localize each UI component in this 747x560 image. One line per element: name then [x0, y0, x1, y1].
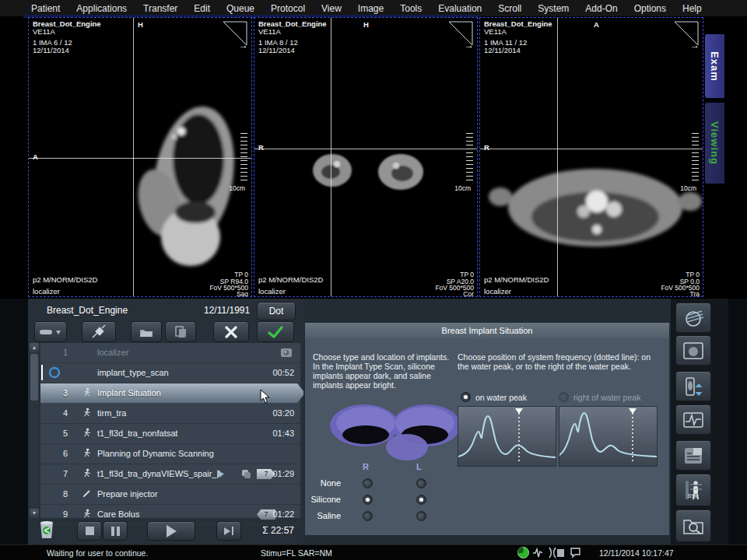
person-icon [82, 408, 92, 417]
step-number: 3 [59, 388, 72, 397]
viewport-coronal[interactable]: Breast_Dot_Engine VE11A 1 IMA 8 / 12 12/… [254, 17, 478, 297]
scale-label: 10cm [680, 184, 696, 192]
step-row-t1-fl3d-nonfatsat[interactable]: 5 t1_fl3d_tra_nonfatsat 01:43 [40, 424, 300, 444]
menu-image[interactable]: Image [358, 3, 384, 14]
speech-bubble-icon [570, 547, 581, 558]
tab-viewing[interactable]: Viewing [705, 103, 724, 184]
sar-value: 6% [688, 492, 697, 499]
stimulation-status: Stimu=FL SAR=NM [261, 548, 332, 558]
stop-icon [86, 527, 94, 535]
crosshair-horizontal[interactable] [254, 149, 477, 149]
play-button[interactable] [147, 521, 195, 541]
stop-button[interactable] [77, 521, 102, 541]
camera-icon [280, 347, 293, 358]
radio-label: right of water peak [573, 393, 640, 402]
side-right-label: R [363, 462, 369, 471]
menu-options[interactable]: Options [634, 3, 666, 14]
confirm-button[interactable] [257, 321, 294, 342]
side-left-label: L [416, 462, 422, 471]
radio-silicone-left[interactable] [416, 495, 426, 505]
gradient-activity-icon [532, 548, 543, 558]
tab-exam[interactable]: Exam [705, 34, 724, 98]
step-number: 1 [59, 348, 72, 357]
menu-patient[interactable]: Patient [31, 3, 60, 14]
viewport-transverse[interactable]: Breast_Dot_Engine VE11A 1 IMA 11 / 12 12… [479, 17, 703, 297]
display-mode-button[interactable] [34, 321, 67, 342]
step-row-implant-type-scan[interactable]: implant_type_scan 00:52 [40, 363, 300, 383]
radio-saline-right[interactable] [363, 511, 373, 521]
scroll-down-icon[interactable]: ▼ [30, 509, 39, 518]
scrollbar-thumb[interactable] [30, 354, 38, 401]
recycle-bin-icon[interactable] [38, 520, 55, 540]
scroll-arrow-icon[interactable]: → [239, 41, 248, 49]
step-row-tirm-tra[interactable]: 4 tirm_tra 03:20 [40, 404, 300, 424]
cancel-button[interactable] [213, 321, 249, 342]
task-sidebar: 6% [671, 299, 728, 544]
orientation-side: R [484, 144, 489, 152]
open-folder-button[interactable] [131, 321, 162, 342]
play-icon [216, 470, 224, 478]
injector-button[interactable] [82, 321, 116, 342]
step-name: Prepare injector [97, 489, 158, 499]
menu-system[interactable]: System [538, 3, 569, 14]
frequency-marker-triangle-icon [515, 408, 523, 414]
scroll-up-icon[interactable]: ▲ [30, 343, 39, 352]
protocol-info-button[interactable] [675, 440, 711, 471]
menu-help[interactable]: Help [682, 3, 702, 14]
menu-applications[interactable]: Applications [76, 3, 127, 14]
sar-level-button[interactable] [675, 474, 711, 506]
menu-view[interactable]: View [321, 3, 342, 14]
crosshair-vertical[interactable] [557, 18, 558, 296]
step-time: 01:43 [272, 429, 294, 438]
dot-button[interactable]: Dot [257, 302, 296, 320]
coil-info: p2 M/NORM/DIS2D [484, 276, 549, 284]
skip-icon [224, 527, 234, 535]
crosshair-vertical[interactable] [331, 18, 331, 296]
protocol-steps-list: 1 localizer implant_type_scan 00:52 [40, 343, 300, 518]
crosshair-horizontal[interactable] [29, 158, 251, 159]
crosshair-vertical[interactable] [133, 18, 134, 296]
folder-icon [139, 327, 153, 338]
radio-saline-left[interactable] [416, 511, 426, 521]
scroll-arrow-icon[interactable]: → [465, 41, 474, 49]
pause-icon [111, 527, 120, 536]
physio-signal-button[interactable] [675, 404, 711, 435]
person-icon [82, 428, 92, 437]
menu-queue[interactable]: Queue [226, 3, 254, 14]
step-row-prepare-injector[interactable]: 8 Prepare injector [40, 485, 300, 505]
step-row-planning-dynamic[interactable]: 6 Planning of Dynamic Scanning [40, 444, 300, 464]
menu-tools[interactable]: Tools [400, 3, 422, 14]
series-name: localizer [484, 288, 511, 296]
step-row-t1-fl3d-dynaviews[interactable]: 7 t1_fl3d_tra_dynaVIEWS_spair_1 7 01:29 [40, 464, 300, 485]
menu-protocol[interactable]: Protocol [271, 3, 305, 14]
document-lines-icon [683, 447, 703, 464]
copy-button[interactable] [165, 321, 196, 342]
browse-search-button[interactable] [675, 509, 711, 542]
step-row-localizer[interactable]: 1 localizer [40, 343, 300, 363]
breast-implant-diagram [327, 399, 465, 463]
menu-scroll[interactable]: Scroll [498, 3, 521, 14]
person-icon [82, 387, 92, 397]
slice-position-button[interactable] [675, 303, 711, 333]
radio-silicone-right[interactable] [363, 495, 373, 505]
menu-evaluation[interactable]: Evaluation [438, 3, 482, 14]
radio-none-right[interactable] [363, 478, 373, 488]
steps-scrollbar[interactable]: ▲ ▼ [30, 343, 39, 518]
menu-transfer[interactable]: Transfer [143, 3, 177, 14]
pause-button[interactable] [103, 521, 128, 541]
crosshair-horizontal[interactable] [480, 149, 703, 149]
scale-ruler [692, 133, 699, 183]
menu-addon[interactable]: Add-On [585, 3, 617, 14]
menu-edit[interactable]: Edit [194, 3, 210, 14]
radio-on-water-peak[interactable]: on water peak [461, 390, 527, 404]
copy-page-icon [174, 326, 187, 338]
radio-right-of-water-peak[interactable]: right of water peak [559, 390, 640, 404]
scroll-arrow-icon[interactable]: → [690, 41, 700, 49]
image-display-button[interactable] [675, 335, 711, 366]
table-position-button[interactable] [675, 371, 711, 401]
radio-none-left[interactable] [416, 478, 426, 488]
radio-label: on water peak [475, 393, 527, 402]
skip-button[interactable] [216, 521, 241, 541]
tab-exam-label: Exam [709, 51, 721, 82]
viewport-sagittal[interactable]: Breast_Dot_Engine VE11A 1 IMA 6 / 12 12/… [28, 17, 252, 297]
